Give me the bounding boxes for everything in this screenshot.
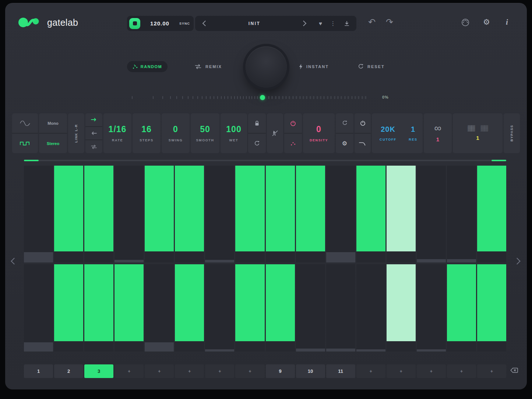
square-wave-button[interactable] <box>12 133 38 153</box>
channel-left-step-15[interactable] <box>447 166 476 262</box>
step-bar[interactable] <box>84 264 113 341</box>
step-bar-low[interactable] <box>356 349 385 352</box>
pattern-slot-1[interactable]: 1 <box>24 364 53 378</box>
slider-handle[interactable] <box>260 95 265 100</box>
step-bar-low[interactable] <box>417 349 446 352</box>
density-power-button[interactable] <box>284 113 302 133</box>
undo-button[interactable]: ↶ <box>368 17 376 27</box>
step-bar[interactable] <box>296 166 325 251</box>
step-bar-low[interactable] <box>145 342 174 352</box>
channel-left-step-2[interactable] <box>54 166 83 262</box>
step-bar-low[interactable] <box>205 349 234 352</box>
channel-right-step-14[interactable] <box>417 264 446 352</box>
channel-right-step-11[interactable] <box>326 264 355 352</box>
wet-control[interactable]: 100 WET <box>221 113 247 153</box>
bypass-toggle[interactable]: BYPASS <box>504 113 520 153</box>
step-bar[interactable] <box>235 166 264 251</box>
step-bar-playing[interactable] <box>387 264 416 341</box>
texture-sparse-icon[interactable]: ▒▒ <box>481 126 488 130</box>
channel-left-step-14[interactable] <box>417 166 446 262</box>
length-end-handle[interactable] <box>492 160 506 161</box>
pattern-slot-add-4[interactable]: + <box>114 364 144 378</box>
step-bar-low[interactable] <box>447 259 476 262</box>
channel-left-step-9[interactable] <box>266 166 295 262</box>
channel-right-step-15[interactable] <box>447 264 476 352</box>
infinity-control[interactable]: ∞ 1 <box>424 113 452 153</box>
density-random-button[interactable] <box>284 133 302 153</box>
channel-right-step-9[interactable] <box>266 264 295 352</box>
pattern-slot-10[interactable]: 10 <box>296 364 325 378</box>
rate-control[interactable]: 1/16 RATE <box>103 113 131 153</box>
page-right-button[interactable] <box>515 259 521 265</box>
step-bar-playing[interactable] <box>387 166 416 251</box>
channel-left-step-1[interactable] <box>24 166 53 262</box>
cutoff-control[interactable]: 20K CUTOFF <box>372 125 404 141</box>
remix-mode-button[interactable]: REMIX <box>194 63 222 70</box>
channel-left-step-13[interactable] <box>387 166 416 262</box>
play-stop-button[interactable] <box>129 18 140 29</box>
channel-right-step-3[interactable] <box>84 264 113 352</box>
save-download-icon[interactable] <box>344 21 350 27</box>
channel-right-step-8[interactable] <box>235 264 264 352</box>
reset-button[interactable]: RESET <box>358 63 385 70</box>
length-start-handle[interactable] <box>24 160 39 161</box>
channel-right-step-2[interactable] <box>54 264 83 352</box>
randomize-knob[interactable] <box>246 46 287 88</box>
pattern-slot-9[interactable]: 9 <box>266 364 295 378</box>
filter-power-button[interactable] <box>355 113 371 133</box>
step-bar[interactable] <box>175 264 204 341</box>
page-left-button[interactable] <box>12 259 18 265</box>
step-bar[interactable] <box>54 166 83 251</box>
step-bar-low[interactable] <box>326 252 355 262</box>
delete-pattern-icon[interactable] <box>510 368 518 373</box>
settings-gear-icon[interactable]: ⚙ <box>483 18 490 27</box>
channel-right-step-6[interactable] <box>175 264 204 352</box>
kebab-menu-icon[interactable]: ⋮ <box>330 20 336 27</box>
redo-button[interactable]: ↷ <box>386 17 393 27</box>
random-mode-button[interactable]: RANDOM <box>127 61 168 72</box>
channel-left-step-12[interactable] <box>356 166 385 262</box>
bpm-display[interactable]: 120.00 <box>145 20 175 27</box>
channel-left-step-10[interactable] <box>296 166 325 262</box>
pattern-slot-add-14[interactable]: + <box>417 364 446 378</box>
pattern-slot-add-16[interactable]: + <box>477 364 506 378</box>
step-bar-low[interactable] <box>326 349 355 352</box>
step-bar[interactable] <box>145 166 174 251</box>
step-bar[interactable] <box>84 166 113 251</box>
lock-button[interactable] <box>248 113 266 133</box>
favorite-icon[interactable]: ♥ <box>319 20 322 27</box>
smooth-control[interactable]: 50 SMOOTH <box>191 113 219 153</box>
pattern-slot-add-5[interactable]: + <box>145 364 174 378</box>
step-bar[interactable] <box>114 264 144 341</box>
step-bar[interactable] <box>356 166 385 251</box>
loop-button[interactable] <box>248 133 266 153</box>
pattern-slot-add-7[interactable]: + <box>205 364 234 378</box>
direction-pingpong-button[interactable] <box>85 140 102 153</box>
step-bar[interactable] <box>266 166 295 251</box>
pattern-slot-add-12[interactable]: + <box>356 364 385 378</box>
stereo-button[interactable]: Stereo <box>39 133 67 153</box>
random-amount-slider[interactable] <box>132 95 369 100</box>
steps-control[interactable]: 16 STEPS <box>133 113 161 153</box>
channel-left-step-7[interactable] <box>205 166 234 262</box>
step-bar[interactable] <box>235 264 264 341</box>
texture-dense-icon[interactable]: ▒▒ <box>468 126 475 130</box>
step-bar-low[interactable] <box>296 349 325 352</box>
filter-cycle-button[interactable] <box>336 113 353 133</box>
step-bar[interactable] <box>54 264 83 341</box>
step-bar-low[interactable] <box>417 259 446 262</box>
midi-icon[interactable] <box>461 18 469 27</box>
step-bar-low[interactable] <box>114 260 144 262</box>
info-icon[interactable]: i <box>506 18 508 27</box>
channel-left-step-5[interactable] <box>145 166 174 262</box>
texture-control[interactable]: ▒▒ ▒▒ 1 <box>453 113 503 153</box>
channel-right-step-4[interactable] <box>114 264 144 352</box>
channel-left-step-16[interactable] <box>477 166 506 262</box>
channel-right-step-10[interactable] <box>296 264 325 352</box>
filter-settings-button[interactable]: ⚙ <box>336 133 353 153</box>
channel-left-step-3[interactable] <box>84 166 113 262</box>
step-bar-low[interactable] <box>24 342 53 352</box>
preset-next-button[interactable] <box>301 21 307 27</box>
mono-button[interactable]: Mono <box>39 113 67 133</box>
pattern-slot-11[interactable]: 11 <box>326 364 355 378</box>
